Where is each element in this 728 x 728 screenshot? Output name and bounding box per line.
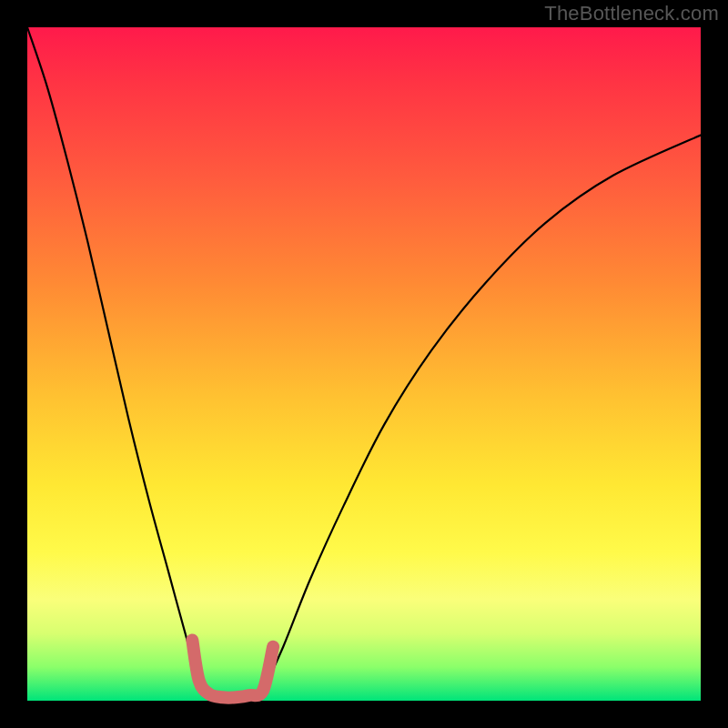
curve-layer	[27, 27, 701, 701]
chart-stage: TheBottleneck.com	[0, 0, 728, 728]
bottleneck-curve-path	[27, 27, 701, 698]
plot-area	[27, 27, 701, 701]
attribution-text: TheBottleneck.com	[544, 4, 719, 24]
valley-floor-highlight-path	[192, 640, 273, 697]
